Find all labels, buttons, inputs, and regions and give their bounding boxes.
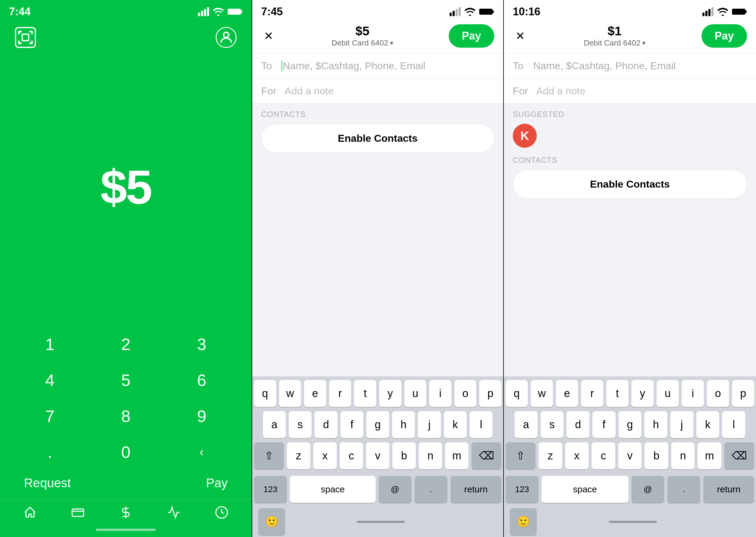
- key-y-p2[interactable]: y: [379, 380, 401, 407]
- key-6[interactable]: 6: [164, 362, 240, 398]
- key-dot[interactable]: .: [12, 434, 88, 470]
- to-input-p3[interactable]: Name, $Cashtag, Phone, Email: [533, 60, 747, 72]
- key-l-p3[interactable]: l: [722, 411, 745, 438]
- key-2[interactable]: 2: [88, 326, 164, 362]
- at-key-p3[interactable]: @: [631, 476, 664, 503]
- numbers-key-p3[interactable]: 123: [506, 476, 539, 503]
- key-g-p3[interactable]: g: [619, 411, 642, 438]
- key-m-p3[interactable]: m: [698, 442, 721, 469]
- key-n-p2[interactable]: n: [419, 442, 442, 469]
- key-z-p2[interactable]: z: [287, 442, 310, 469]
- key-3[interactable]: 3: [164, 326, 240, 362]
- key-b-p2[interactable]: b: [393, 442, 416, 469]
- key-h-p3[interactable]: h: [644, 411, 667, 438]
- key-o-p2[interactable]: o: [454, 380, 476, 407]
- key-v-p2[interactable]: v: [366, 442, 389, 469]
- key-j-p3[interactable]: j: [670, 411, 694, 438]
- key-b-p3[interactable]: b: [645, 442, 668, 469]
- key-k-p3[interactable]: k: [697, 411, 719, 438]
- key-z-p3[interactable]: z: [539, 442, 562, 469]
- key-m-p2[interactable]: m: [445, 442, 469, 469]
- key-y-p3[interactable]: y: [631, 380, 654, 407]
- to-input-p2[interactable]: Name, $Cashtag, Phone, Email: [282, 60, 494, 72]
- key-x-p2[interactable]: x: [313, 442, 337, 469]
- dot-key-p2[interactable]: .: [415, 476, 447, 503]
- nav-home-icon[interactable]: [23, 506, 37, 522]
- nav-dollar-icon[interactable]: [119, 506, 133, 522]
- key-0[interactable]: 0: [88, 434, 164, 470]
- shift-key-p2[interactable]: ⇧: [254, 442, 284, 469]
- key-v-p3[interactable]: v: [618, 442, 642, 469]
- close-button-p3[interactable]: ✕: [513, 29, 528, 43]
- space-key-p2[interactable]: space: [290, 476, 376, 503]
- key-t-p3[interactable]: t: [606, 380, 628, 407]
- return-key-p2[interactable]: return: [450, 476, 501, 503]
- pay-button-p2[interactable]: Pay: [449, 24, 494, 48]
- key-c-p3[interactable]: c: [591, 442, 615, 469]
- key-d-p3[interactable]: d: [566, 411, 589, 438]
- nav-clock-icon[interactable]: [215, 506, 229, 522]
- return-key-p3[interactable]: return: [703, 476, 754, 503]
- suggested-avatar-k[interactable]: K: [513, 124, 537, 148]
- backspace-key-p2[interactable]: ⌫: [472, 442, 501, 469]
- key-s-p3[interactable]: s: [541, 411, 564, 438]
- key-o-p3[interactable]: o: [707, 380, 729, 407]
- profile-icon[interactable]: [216, 27, 237, 48]
- request-button[interactable]: Request: [24, 476, 71, 490]
- backspace-key-p3[interactable]: ⌫: [724, 442, 754, 469]
- close-button-p2[interactable]: ✕: [261, 29, 276, 43]
- key-k-p2[interactable]: k: [444, 411, 467, 438]
- pay-button-main[interactable]: Pay: [206, 476, 228, 490]
- key-9[interactable]: 9: [164, 398, 240, 434]
- key-g-p2[interactable]: g: [366, 411, 389, 438]
- key-q-p2[interactable]: q: [254, 380, 276, 407]
- shift-key-p3[interactable]: ⇧: [506, 442, 536, 469]
- key-backspace[interactable]: ‹: [164, 434, 240, 470]
- key-1[interactable]: 1: [12, 326, 88, 362]
- for-input-p2[interactable]: Add a note: [284, 85, 334, 97]
- key-r-p2[interactable]: r: [329, 380, 351, 407]
- key-h-p2[interactable]: h: [392, 411, 415, 438]
- key-w-p2[interactable]: w: [279, 380, 301, 407]
- key-i-p3[interactable]: i: [682, 380, 704, 407]
- at-key-p2[interactable]: @: [379, 476, 412, 503]
- key-4[interactable]: 4: [12, 362, 88, 398]
- key-r-p3[interactable]: r: [581, 380, 603, 407]
- scan-icon[interactable]: [15, 27, 36, 48]
- key-t-p2[interactable]: t: [354, 380, 376, 407]
- key-w-p3[interactable]: w: [531, 380, 553, 407]
- key-f-p2[interactable]: f: [341, 411, 363, 438]
- key-e-p3[interactable]: e: [556, 380, 578, 407]
- key-i-p2[interactable]: i: [429, 380, 451, 407]
- key-7[interactable]: 7: [12, 398, 88, 434]
- key-p-p2[interactable]: p: [479, 380, 501, 407]
- key-8[interactable]: 8: [88, 398, 164, 434]
- key-x-p3[interactable]: x: [565, 442, 589, 469]
- key-f-p3[interactable]: f: [592, 411, 616, 438]
- key-p-p3[interactable]: p: [732, 380, 754, 407]
- key-u-p2[interactable]: u: [404, 380, 427, 407]
- key-e-p2[interactable]: e: [304, 380, 326, 407]
- key-c-p2[interactable]: c: [340, 442, 363, 469]
- nav-card-icon[interactable]: [71, 506, 85, 522]
- key-d-p2[interactable]: d: [315, 411, 337, 438]
- numbers-key-p2[interactable]: 123: [254, 476, 287, 503]
- key-a-p3[interactable]: a: [514, 411, 538, 438]
- nav-activity-icon[interactable]: [167, 506, 181, 522]
- pay-button-p3[interactable]: Pay: [701, 24, 747, 48]
- key-j-p2[interactable]: j: [418, 411, 440, 438]
- dot-key-p3[interactable]: .: [667, 476, 700, 503]
- key-u-p3[interactable]: u: [657, 380, 679, 407]
- key-s-p2[interactable]: s: [289, 411, 312, 438]
- space-key-p3[interactable]: space: [542, 476, 628, 503]
- emoji-key-p3[interactable]: 🙂: [510, 508, 537, 535]
- enable-contacts-button-p2[interactable]: Enable Contacts: [261, 124, 494, 153]
- key-q-p3[interactable]: q: [506, 380, 528, 407]
- key-a-p2[interactable]: a: [263, 411, 286, 438]
- for-input-p3[interactable]: Add a note: [536, 85, 585, 97]
- enable-contacts-button-p3[interactable]: Enable Contacts: [513, 170, 747, 199]
- key-l-p2[interactable]: l: [470, 411, 492, 438]
- key-5[interactable]: 5: [88, 362, 164, 398]
- emoji-key-p2[interactable]: 🙂: [258, 508, 285, 535]
- key-n-p3[interactable]: n: [671, 442, 695, 469]
